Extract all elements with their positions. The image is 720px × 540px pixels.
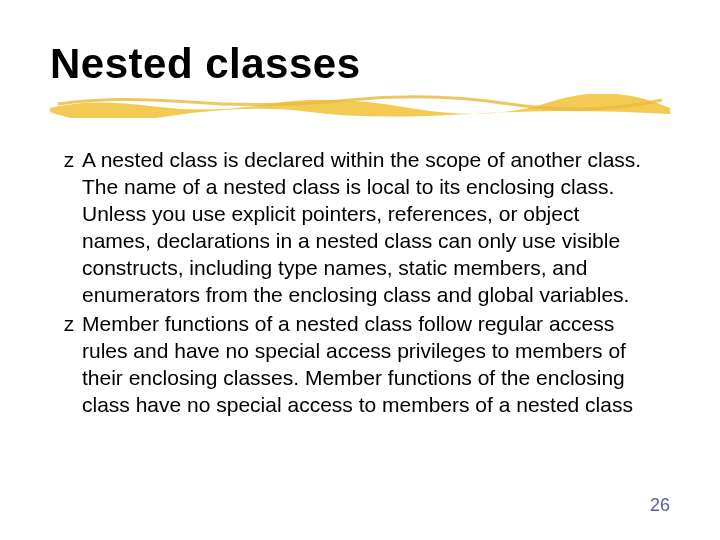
- bullet-icon: z: [64, 146, 74, 174]
- list-item: z A nested class is declared within the …: [64, 146, 670, 308]
- title-underline: [50, 94, 670, 118]
- bullet-icon: z: [64, 310, 74, 338]
- slide-title: Nested classes: [50, 40, 670, 88]
- bullet-text: Member functions of a nested class follo…: [82, 310, 642, 418]
- page-number: 26: [650, 495, 670, 516]
- bullet-list: z A nested class is declared within the …: [50, 146, 670, 418]
- list-item: z Member functions of a nested class fol…: [64, 310, 670, 418]
- slide: Nested classes z A nested class is decla…: [0, 0, 720, 540]
- bullet-text: A nested class is declared within the sc…: [82, 146, 642, 308]
